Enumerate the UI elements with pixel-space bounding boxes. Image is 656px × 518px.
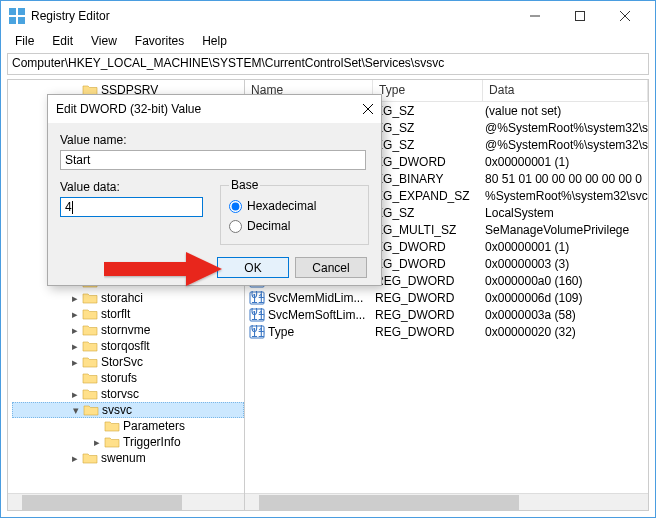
expander-icon[interactable]: ▸ [68,308,82,321]
folder-icon [82,451,98,465]
edit-dword-dialog: Edit DWORD (32-bit) Value Value name: St… [47,94,382,286]
tree-label: Parameters [123,419,185,433]
folder-icon [104,419,120,433]
value-data: 0x00000003 (3) [483,257,648,271]
value-icon: 011110 [249,325,265,339]
folder-icon [82,307,98,321]
value-name: SvcMemSoftLim... [268,308,365,322]
base-legend: Base [229,178,260,192]
cancel-button[interactable]: Cancel [295,257,367,278]
expander-icon[interactable]: ▸ [68,356,82,369]
expander-icon[interactable]: ▸ [68,452,82,465]
maximize-button[interactable] [557,2,602,30]
list-row[interactable]: 011110SvcMemMidLim...REG_DWORD0x0000006d… [245,289,648,306]
menu-favorites[interactable]: Favorites [127,32,192,50]
tree-item[interactable]: Parameters [12,418,244,434]
folder-icon [83,403,99,417]
folder-icon [82,355,98,369]
expander-icon[interactable]: ▸ [68,340,82,353]
value-icon: 011110 [249,308,265,322]
svg-rect-2 [9,17,16,24]
tree-item[interactable]: ▸TriggerInfo [12,434,244,450]
value-icon: 011110 [249,291,265,305]
tree-item[interactable]: ▸stornvme [12,322,244,338]
value-type: EG_DWORD [373,257,483,271]
value-data: %SystemRoot%\system32\svc [483,189,648,203]
expander-icon[interactable]: ▸ [68,388,82,401]
svg-rect-3 [18,17,25,24]
tree-item[interactable]: ▸storflt [12,306,244,322]
folder-icon [82,323,98,337]
list-row[interactable]: 011110TypeREG_DWORD0x00000020 (32) [245,323,648,340]
dialog-title: Edit DWORD (32-bit) Value [56,102,345,116]
ok-button[interactable]: OK [217,257,289,278]
value-type: EG_SZ [373,206,483,220]
folder-icon [82,339,98,353]
tree-label: storflt [101,307,130,321]
expander-icon[interactable]: ▸ [68,324,82,337]
tree-label: storufs [101,371,137,385]
tree-item[interactable]: ▸storvsc [12,386,244,402]
radio-dec[interactable]: Decimal [229,216,360,236]
value-data: (value not set) [483,104,648,118]
value-type: REG_DWORD [373,291,483,305]
folder-icon [104,435,120,449]
svg-rect-0 [9,8,16,15]
tree-label: TriggerInfo [123,435,181,449]
value-type: EG_BINARY [373,172,483,186]
expander-icon[interactable]: ▸ [68,292,82,305]
minimize-button[interactable] [512,2,557,30]
value-type: REG_DWORD [373,308,483,322]
expander-icon[interactable]: ▸ [90,436,104,449]
value-data-label: Value data: [60,180,220,194]
value-type: EG_EXPAND_SZ [373,189,483,203]
expander-icon[interactable]: ▾ [69,404,83,417]
menubar: File Edit View Favorites Help [1,31,655,51]
value-name-label: Value name: [60,133,369,147]
app-icon [9,8,25,24]
list-row[interactable]: 011110SvcMemSoftLim...REG_DWORD0x0000003… [245,306,648,323]
tree-label: storqosflt [101,339,150,353]
tree-item[interactable]: ▸StorSvc [12,354,244,370]
value-type: REG_DWORD [373,274,483,288]
value-type: EG_DWORD [373,155,483,169]
tree-label: storvsc [101,387,139,401]
tree-item[interactable]: storufs [12,370,244,386]
radio-hex[interactable]: Hexadecimal [229,196,360,216]
folder-icon [82,371,98,385]
tree-label: svsvc [102,403,132,417]
value-name: SvcMemMidLim... [268,291,363,305]
value-data: SeManageVolumePrivilege [483,223,648,237]
tree-item[interactable]: ▸swenum [12,450,244,466]
menu-edit[interactable]: Edit [44,32,81,50]
value-data: 0x00000001 (1) [483,240,648,254]
menu-view[interactable]: View [83,32,125,50]
address-bar[interactable]: Computer\HKEY_LOCAL_MACHINE\SYSTEM\Curre… [7,53,649,75]
value-type: EG_SZ [373,121,483,135]
value-name: Type [268,325,294,339]
value-type: EG_DWORD [373,240,483,254]
menu-file[interactable]: File [7,32,42,50]
value-data: 80 51 01 00 00 00 00 00 00 0 [483,172,648,186]
value-type: REG_DWORD [373,325,483,339]
col-type[interactable]: Type [373,80,483,101]
tree-item[interactable]: ▾svsvc [12,402,244,418]
tree-item[interactable]: ▸storqosflt [12,338,244,354]
base-group: Base Hexadecimal Decimal [220,178,369,245]
close-button[interactable] [602,2,647,30]
tree-item[interactable]: ▸storahci [12,290,244,306]
menu-help[interactable]: Help [194,32,235,50]
svg-rect-5 [575,12,584,21]
value-data: @%SystemRoot%\system32\s [483,121,648,135]
value-name-input[interactable]: Start [60,150,366,170]
value-type: EG_MULTI_SZ [373,223,483,237]
tree-label: stornvme [101,323,150,337]
folder-icon [82,387,98,401]
titlebar: Registry Editor [1,1,655,31]
value-data: @%SystemRoot%\system32\s [483,138,648,152]
svg-rect-1 [18,8,25,15]
svg-text:110: 110 [251,326,265,339]
col-data[interactable]: Data [483,80,648,101]
dialog-close-button[interactable] [345,101,373,117]
value-data-input[interactable]: 4 [60,197,203,217]
